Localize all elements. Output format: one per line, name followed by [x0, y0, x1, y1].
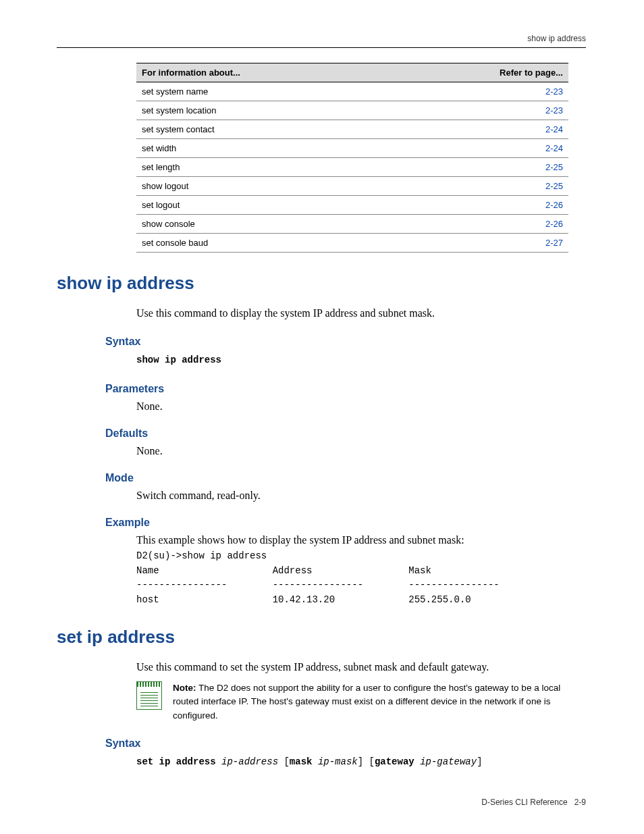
syntax-code: set ip address ip-address [mask ip-mask]…: [136, 755, 586, 770]
ref-col-info: For information about...: [136, 63, 394, 82]
syntax-bracket: ]: [358, 756, 363, 767]
ref-info: set system name: [136, 82, 394, 101]
section-desc: Use this command to set the system IP ad…: [136, 660, 586, 675]
page-footer: D-Series CLI Reference 2-9: [481, 798, 586, 807]
reference-table: For information about... Refer to page..…: [136, 63, 568, 253]
mode-body: Switch command, read-only.: [136, 490, 586, 502]
example-intro: This example shows how to display the sy…: [136, 534, 586, 546]
section-heading-show-ip: show ip address: [57, 273, 586, 294]
subsection-defaults: Defaults: [105, 427, 586, 440]
syntax-bracket: [: [284, 756, 289, 767]
ref-info: set system contact: [136, 120, 394, 139]
ref-info: set system location: [136, 101, 394, 120]
syntax-bracket: [: [369, 756, 375, 767]
ref-page-link[interactable]: 2-23: [394, 101, 568, 120]
ref-page-link[interactable]: 2-25: [394, 158, 568, 177]
syntax-arg: ip-address: [221, 756, 278, 767]
ref-page-link[interactable]: 2-26: [394, 215, 568, 234]
ref-page-link[interactable]: 2-24: [394, 139, 568, 158]
syntax-bracket: ]: [477, 756, 482, 767]
running-header: show ip address: [57, 34, 586, 48]
parameters-body: None.: [136, 400, 586, 413]
ref-info: set length: [136, 158, 394, 177]
syntax-cmd: set ip address: [136, 756, 216, 767]
syntax-arg: ip-gateway: [420, 756, 477, 767]
example-output: D2(su)->show ip address Name Address Mas…: [136, 549, 586, 608]
table-row: set logout 2-26: [136, 196, 568, 215]
table-row: show logout 2-25: [136, 177, 568, 196]
defaults-body: None.: [136, 445, 586, 457]
table-row: set console baud 2-27: [136, 234, 568, 253]
ref-page-link[interactable]: 2-23: [394, 82, 568, 101]
note-block: Note: The D2 does not support the abilit…: [136, 681, 586, 723]
ref-info: set console baud: [136, 234, 394, 253]
syntax-code: show ip address: [136, 353, 586, 368]
note-body: The D2 does not support the ability for …: [173, 683, 560, 721]
footer-page: 2-9: [574, 798, 586, 807]
ref-page-link[interactable]: 2-24: [394, 120, 568, 139]
section-desc: Use this command to display the system I…: [136, 306, 586, 321]
syntax-cmd: show ip address: [136, 355, 221, 365]
subsection-syntax: Syntax: [105, 336, 586, 348]
ref-page-link[interactable]: 2-26: [394, 196, 568, 215]
subsection-syntax: Syntax: [105, 737, 586, 750]
note-icon: [136, 681, 162, 710]
ref-info: show logout: [136, 177, 394, 196]
syntax-arg: ip-mask: [318, 756, 358, 767]
section-heading-set-ip: set ip address: [57, 627, 586, 648]
ref-page-link[interactable]: 2-27: [394, 234, 568, 253]
subsection-parameters: Parameters: [105, 383, 586, 395]
syntax-keyword: mask: [290, 756, 313, 767]
table-row: set length 2-25: [136, 158, 568, 177]
table-row: set system contact 2-24: [136, 120, 568, 139]
ref-page-link[interactable]: 2-25: [394, 177, 568, 196]
table-row: show console 2-26: [136, 215, 568, 234]
footer-doc: D-Series CLI Reference: [481, 798, 567, 807]
note-label: Note:: [173, 683, 196, 693]
syntax-keyword: gateway: [375, 756, 414, 767]
table-row: set system location 2-23: [136, 101, 568, 120]
ref-info: set width: [136, 139, 394, 158]
subsection-mode: Mode: [105, 472, 586, 484]
note-text: Note: The D2 does not support the abilit…: [173, 681, 586, 723]
reference-table-wrap: For information about... Refer to page..…: [136, 63, 586, 253]
ref-info: show console: [136, 215, 394, 234]
subsection-example: Example: [105, 517, 586, 529]
ref-col-page: Refer to page...: [394, 63, 568, 82]
ref-info: set logout: [136, 196, 394, 215]
table-row: set system name 2-23: [136, 82, 568, 101]
table-row: set width 2-24: [136, 139, 568, 158]
